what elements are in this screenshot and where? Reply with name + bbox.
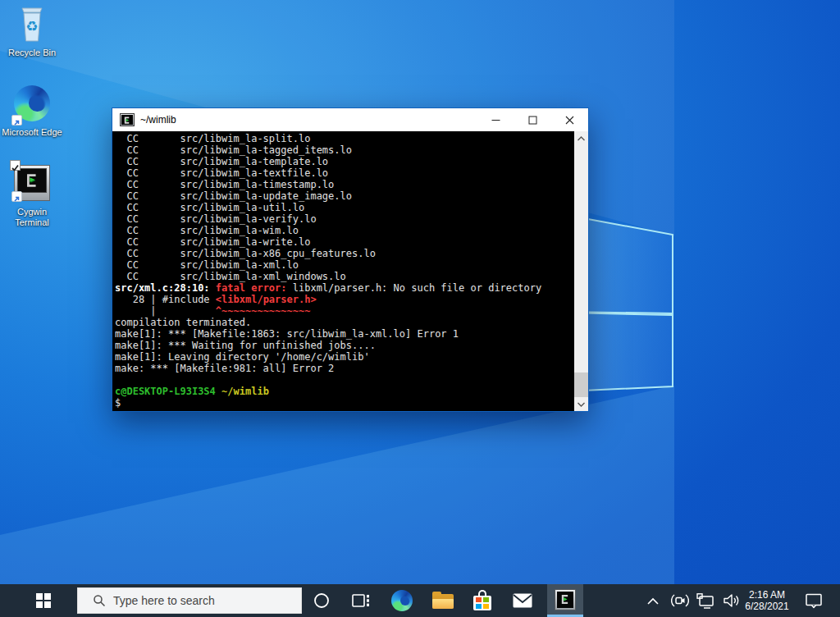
maximize-icon — [528, 116, 537, 125]
edge-icon — [391, 590, 413, 611]
terminal-line: CC src/libwim_la-write.lo — [115, 236, 574, 248]
taskbar-edge-button[interactable] — [384, 584, 420, 617]
clock-time: 2:16 AM — [749, 589, 785, 601]
shortcut-arrow-icon — [11, 115, 22, 126]
taskbar-cygwin-button[interactable] — [547, 584, 583, 617]
action-center-icon — [805, 592, 823, 610]
search-input[interactable] — [113, 594, 294, 607]
desktop-icon-label: Recycle Bin — [1, 48, 63, 58]
scroll-down-icon[interactable] — [574, 397, 588, 411]
desktop-icon-label: Microsoft Edge — [1, 127, 63, 138]
terminal-window: ~/wimlib CC src/libwim_la-split.lo CC sr… — [112, 107, 589, 412]
taskbar: 2:16 AM 6/28/2021 — [0, 584, 840, 617]
store-icon — [472, 590, 492, 611]
minimize-icon — [491, 116, 500, 125]
terminal-line: $ — [115, 397, 574, 409]
meet-now-icon — [671, 592, 689, 609]
close-button[interactable] — [551, 108, 588, 131]
terminal-line: CC src/libwim_la-xml_windows.lo — [115, 271, 574, 282]
scrollbar-thumb[interactable] — [574, 372, 588, 397]
cygwin-window-icon — [120, 113, 135, 126]
window-titlebar[interactable]: ~/wimlib — [112, 108, 588, 131]
terminal-line: CC src/libwim_la-split.lo — [115, 133, 574, 144]
mail-button[interactable] — [504, 584, 541, 617]
file-explorer-icon — [432, 592, 454, 609]
mail-icon — [513, 593, 532, 608]
chevron-up-icon — [647, 597, 659, 605]
task-view-button[interactable] — [343, 584, 379, 617]
tray-expand-button[interactable] — [641, 584, 665, 617]
terminal-line: CC src/libwim_la-template.lo — [115, 156, 574, 167]
close-icon — [565, 116, 574, 125]
svg-text:♻: ♻ — [25, 18, 38, 34]
terminal-line: CC src/libwim_la-timestamp.lo — [115, 179, 574, 190]
selection-checkbox-icon[interactable] — [10, 160, 21, 171]
taskbar-search[interactable] — [77, 587, 302, 614]
search-icon — [93, 594, 106, 607]
taskbar-clock[interactable]: 2:16 AM 6/28/2021 — [737, 584, 797, 617]
terminal-line: CC src/libwim_la-update_image.lo — [115, 190, 574, 202]
terminal-line: CC src/libwim_la-xml.lo — [115, 259, 574, 271]
desktop-icon-label: Cygwin Terminal — [1, 207, 63, 228]
terminal-line: src/xml.c:28:10: fatal error: libxml/par… — [115, 282, 574, 294]
terminal-line: compilation terminated. — [115, 317, 574, 328]
desktop-icon-microsoft-edge[interactable]: Microsoft Edge — [1, 83, 63, 138]
task-view-icon — [352, 593, 370, 608]
terminal-line: CC src/libwim_la-verify.lo — [115, 213, 574, 225]
meet-now-button[interactable] — [668, 584, 692, 617]
window-title: ~/wimlib — [140, 114, 477, 126]
recycle-bin-icon: ♻ — [1, 3, 63, 44]
start-button[interactable] — [25, 584, 62, 617]
desktop: ♻ Recycle Bin Microsoft Edge — [0, 0, 840, 617]
windows-logo-icon — [36, 593, 51, 608]
cortana-icon — [313, 592, 330, 609]
shortcut-arrow-icon — [11, 191, 22, 202]
desktop-icon-recycle-bin[interactable]: ♻ Recycle Bin — [1, 3, 63, 58]
network-icon — [696, 593, 714, 609]
terminal-line: 28 | #include <libxml/parser.h> — [115, 294, 574, 305]
terminal-line: CC src/libwim_la-x86_cpu_features.lo — [115, 248, 574, 259]
cortana-button[interactable] — [304, 584, 340, 617]
terminal-line — [115, 374, 574, 386]
terminal-line: make: *** [Makefile:981: all] Error 2 — [115, 363, 574, 374]
file-explorer-button[interactable] — [425, 584, 461, 617]
minimize-button[interactable] — [477, 108, 514, 131]
cygwin-icon — [555, 589, 576, 610]
microsoft-store-button[interactable] — [464, 584, 500, 617]
terminal-line: c@DESKTOP-L93I3S4 ~/wimlib — [115, 386, 574, 397]
terminal-line: make[1]: *** [Makefile:1863: src/libwim_… — [115, 328, 574, 340]
scrollbar-track[interactable] — [574, 145, 588, 397]
terminal-line: CC src/libwim_la-textfile.lo — [115, 167, 574, 179]
terminal-output[interactable]: CC src/libwim_la-split.lo CC src/libwim_… — [112, 131, 574, 411]
desktop-icon-cygwin-terminal[interactable]: Cygwin Terminal — [1, 162, 63, 228]
clock-date: 6/28/2021 — [745, 601, 788, 612]
terminal-line: make[1]: Leaving directory '/home/c/wiml… — [115, 351, 574, 363]
terminal-line: make[1]: *** Waiting for unfinished jobs… — [115, 340, 574, 351]
network-button[interactable] — [692, 584, 719, 617]
maximize-button[interactable] — [514, 108, 551, 131]
terminal-line: CC src/libwim_la-util.lo — [115, 202, 574, 213]
terminal-line: CC src/libwim_la-tagged_items.lo — [115, 144, 574, 156]
terminal-line: | ^~~~~~~~~~~~~~~~ — [115, 305, 574, 317]
scroll-up-icon[interactable] — [574, 131, 588, 145]
scrollbar — [574, 131, 588, 411]
action-center-button[interactable] — [797, 584, 830, 617]
terminal-line: CC src/libwim_la-wim.lo — [115, 225, 574, 236]
